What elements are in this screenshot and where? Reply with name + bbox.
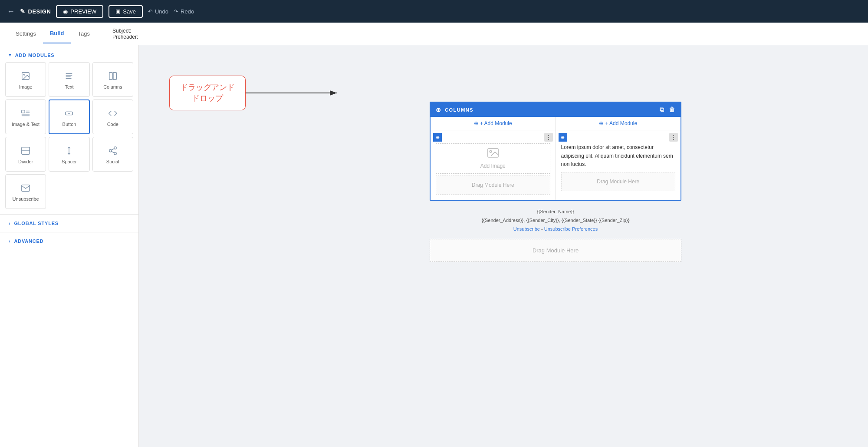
svg-point-26 xyxy=(490,151,491,152)
tags-tab[interactable]: Tags xyxy=(71,24,96,43)
module-image[interactable]: Image xyxy=(5,62,46,97)
back-button[interactable]: ← xyxy=(7,7,15,16)
subject-label: Subject: xyxy=(112,28,138,34)
unsubscribe-dash: - xyxy=(541,226,544,232)
move-icon: ⊕ xyxy=(436,106,441,113)
second-row: Settings Build Tags Subject: Preheader: xyxy=(0,23,868,45)
redo-button[interactable]: ↷ Redo xyxy=(174,8,194,15)
svg-line-22 xyxy=(112,149,114,150)
social-icon xyxy=(108,146,118,156)
design-label: ✎ DESIGN xyxy=(20,8,51,15)
imagetext-icon xyxy=(21,109,30,118)
svg-rect-6 xyxy=(109,73,112,80)
spacer-icon xyxy=(64,146,74,156)
image-placeholder-icon xyxy=(487,148,499,160)
email-footer: {{Sender_Name}} {{Sender_Address}}, {{Se… xyxy=(430,202,681,237)
text-block-handle[interactable]: ⊕ xyxy=(559,133,567,142)
drag-bubble: ドラッグアンド ドロップ xyxy=(169,76,246,110)
footer-sender-address: {{Sender_Address}}, {{Sender_City}}, {{S… xyxy=(430,216,681,225)
modules-grid: Image Text xyxy=(0,62,138,214)
module-divider[interactable]: Divider xyxy=(5,137,46,172)
undo-icon: ↶ xyxy=(148,8,153,15)
add-image-placeholder[interactable]: Add Image xyxy=(436,143,550,174)
drag-module-here-right: Drag Module Here xyxy=(561,172,676,191)
main-drag-here[interactable]: Drag Module Here xyxy=(430,239,681,262)
button-icon xyxy=(64,109,74,118)
add-module-left[interactable]: ⊕ + Add Module xyxy=(431,117,556,130)
text-block-menu[interactable]: ⋮ xyxy=(669,133,678,142)
divider-icon xyxy=(21,146,30,156)
unsubscribe-link[interactable]: Unsubscribe xyxy=(513,226,540,232)
main-layout: ▾ ADD MODULES Image xyxy=(0,45,868,447)
drag-annotation: ドラッグアンド ドロップ xyxy=(169,76,246,110)
subject-area: Subject: Preheader: xyxy=(112,28,138,40)
image-block: ⊕ ⋮ Add Image xyxy=(431,130,556,200)
module-button[interactable]: Button xyxy=(49,99,89,134)
plus-circle-icon-left: ⊕ xyxy=(474,120,478,126)
advanced-section[interactable]: › ADVANCED xyxy=(0,232,138,250)
unsubscribe-icon xyxy=(21,183,30,193)
module-imagetext[interactable]: Image & Text xyxy=(5,99,46,134)
columns-body: ⊕ + Add Module ⊕ ⋮ xyxy=(431,117,681,200)
image-icon xyxy=(21,71,30,81)
svg-rect-7 xyxy=(113,73,116,80)
right-column: ⊕ + Add Module ⊕ ⋮ Lorem ipsum dolor sit… xyxy=(556,117,681,200)
email-canvas: ⊕ COLUMNS ⧉ 🗑 ⊕ + Add Module xyxy=(430,102,681,262)
undo-button[interactable]: ↶ Undo xyxy=(148,8,168,15)
module-button-label: Button xyxy=(62,122,76,127)
build-tab[interactable]: Build xyxy=(43,24,71,43)
content-area: ドラッグアンド ドロップ ⊕ COLUMNS xyxy=(139,45,868,447)
plus-circle-icon-right: ⊕ xyxy=(599,120,603,126)
columns-icon xyxy=(108,71,118,81)
add-module-right[interactable]: ⊕ + Add Module xyxy=(556,117,681,130)
delete-columns-icon[interactable]: 🗑 xyxy=(669,106,675,113)
svg-point-20 xyxy=(114,152,117,155)
settings-tab[interactable]: Settings xyxy=(9,24,43,43)
left-column: ⊕ + Add Module ⊕ ⋮ xyxy=(431,117,556,200)
lorem-text: Lorem ipsum dolor sit amet, consectetur … xyxy=(559,134,677,170)
columns-header: ⊕ COLUMNS ⧉ 🗑 xyxy=(431,103,681,117)
module-spacer[interactable]: Spacer xyxy=(49,137,89,172)
module-image-label: Image xyxy=(19,84,33,89)
add-modules-header[interactable]: ▾ ADD MODULES xyxy=(0,45,138,62)
module-divider-label: Divider xyxy=(18,159,33,164)
drag-arrow xyxy=(246,89,341,97)
chevron-right-icon-2: › xyxy=(9,238,10,244)
module-unsubscribe-label: Unsubscribe xyxy=(13,196,39,202)
module-text-label: Text xyxy=(65,84,73,89)
header-actions: ⧉ 🗑 xyxy=(660,106,675,113)
module-text[interactable]: Text xyxy=(49,62,89,97)
tabs-area: Settings Build Tags xyxy=(9,24,97,43)
drag-module-here-left: Drag Module Here xyxy=(436,175,550,195)
svg-point-19 xyxy=(109,149,112,152)
image-block-menu[interactable]: ⋮ xyxy=(544,133,553,142)
chevron-right-icon: › xyxy=(9,221,10,226)
module-unsubscribe[interactable]: Unsubscribe xyxy=(5,174,46,209)
text-icon xyxy=(64,71,74,81)
module-social-label: Social xyxy=(106,159,119,164)
module-social[interactable]: Social xyxy=(92,137,133,172)
svg-rect-25 xyxy=(488,149,498,157)
code-icon xyxy=(108,109,118,118)
footer-sender-name: {{Sender_Name}} xyxy=(430,208,681,216)
svg-point-1 xyxy=(24,74,25,75)
preview-button[interactable]: ◉ PREVIEW xyxy=(56,5,103,18)
module-columns[interactable]: Columns xyxy=(92,62,133,97)
footer-unsubscribe-row: Unsubscribe - Unsubscribe Preferences xyxy=(430,225,681,234)
eye-icon: ◉ xyxy=(63,8,68,15)
text-block: ⊕ ⋮ Lorem ipsum dolor sit amet, consecte… xyxy=(556,130,681,196)
module-code[interactable]: Code xyxy=(92,99,133,134)
save-icon: ▣ xyxy=(115,8,120,14)
sidebar: ▾ ADD MODULES Image xyxy=(0,45,139,447)
pencil-icon: ✎ xyxy=(20,8,26,15)
back-icon: ← xyxy=(7,7,15,16)
redo-icon: ↷ xyxy=(174,8,178,15)
image-block-handle[interactable]: ⊕ xyxy=(433,133,442,142)
save-button[interactable]: ▣ Save xyxy=(108,5,143,18)
global-styles-section[interactable]: › GLOBAL STYLES xyxy=(0,214,138,232)
copy-columns-icon[interactable]: ⧉ xyxy=(660,106,664,113)
top-nav: ← ✎ DESIGN ◉ PREVIEW ▣ Save ↶ Undo ↷ Red… xyxy=(0,0,868,23)
module-code-label: Code xyxy=(107,122,118,127)
chevron-down-icon: ▾ xyxy=(9,52,12,58)
unsubscribe-prefs-link[interactable]: Unsubscribe Preferences xyxy=(544,226,598,232)
